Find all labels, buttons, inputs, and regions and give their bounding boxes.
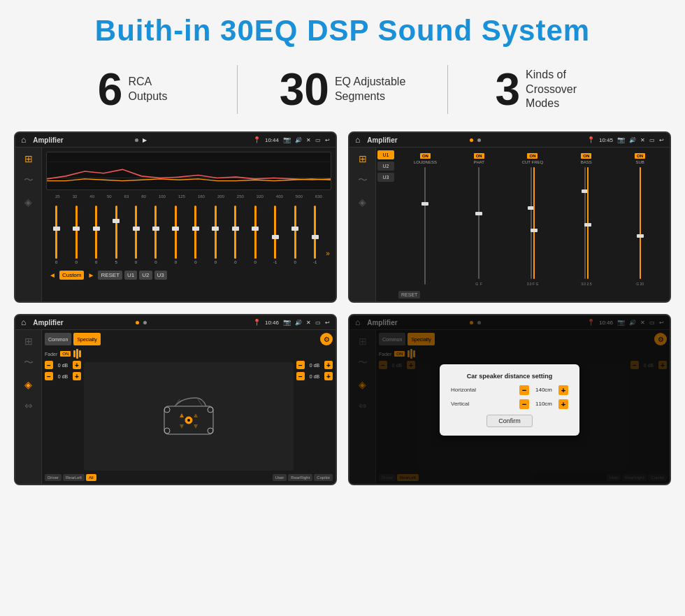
dialog-vertical-row: Vertical − 110cm + xyxy=(451,399,568,409)
eq-window-icon[interactable]: ▭ xyxy=(315,137,321,143)
speaker-icon-eq[interactable]: ⊞ xyxy=(24,336,33,347)
crossover-home-icon[interactable]: ⌂ xyxy=(355,135,360,145)
eq-location-icon: 📍 xyxy=(253,136,261,143)
dialog-confirm-button[interactable]: Confirm xyxy=(486,415,533,427)
speaker-time: 10:46 xyxy=(265,320,279,326)
phat-vals: G F xyxy=(475,282,482,286)
speaker-camera-icon: 📷 xyxy=(283,319,291,326)
eq-u1-btn[interactable]: U1 xyxy=(124,271,137,280)
btn-all[interactable]: All xyxy=(86,474,96,481)
speaker-close-icon[interactable]: ✕ xyxy=(306,320,311,326)
eq-slider-3: 0 xyxy=(87,206,105,264)
speaker-car-diagram xyxy=(84,362,294,471)
crossover-icon-eq[interactable]: ⊞ xyxy=(359,153,367,164)
bass-label: BASS xyxy=(581,160,592,164)
speaker-settings-icon[interactable]: ⚙ xyxy=(320,333,333,345)
db-row-left-1: − 0 dB + xyxy=(45,361,81,369)
eq-next-arrow[interactable]: ► xyxy=(86,271,96,279)
eq-close-icon[interactable]: ✕ xyxy=(306,137,311,143)
svg-point-12 xyxy=(164,407,170,413)
eq-u2-btn[interactable]: U2 xyxy=(139,271,152,280)
speaker-icon-wave[interactable]: 〜 xyxy=(24,357,34,369)
speaker-diagram-area: − 0 dB + − 0 dB + xyxy=(45,361,333,472)
crossover-presets: U1 U2 U3 xyxy=(376,148,396,301)
eq-home-icon[interactable]: ⌂ xyxy=(21,135,26,145)
crossover-close-icon[interactable]: ✕ xyxy=(640,137,645,143)
crossover-icon-speaker[interactable]: ◈ xyxy=(359,196,366,208)
eq-slider-9: 0 xyxy=(207,206,224,264)
dialog-v-minus[interactable]: − xyxy=(519,399,529,409)
eq-reset-btn[interactable]: RESET xyxy=(98,271,122,280)
crossover-u3-btn[interactable]: U3 xyxy=(377,173,394,182)
speaker-home-icon[interactable]: ⌂ xyxy=(21,317,26,327)
eq-slider-5: 0 xyxy=(127,206,145,264)
crossover-u2-btn[interactable]: U2 xyxy=(377,162,394,171)
crossover-window-icon[interactable]: ▭ xyxy=(649,137,655,143)
eq-graph xyxy=(46,152,331,190)
crossover-dot2 xyxy=(477,138,481,142)
eq-slider-1: 0 xyxy=(48,206,65,264)
db-controls-left: − 0 dB + − 0 dB + xyxy=(45,361,81,472)
eq-icon-wave[interactable]: 〜 xyxy=(24,174,34,187)
eq-custom-btn[interactable]: Custom xyxy=(59,271,85,280)
speaker-window-icon[interactable]: ▭ xyxy=(315,320,321,326)
eq-back-icon[interactable]: ↩ xyxy=(325,137,330,143)
dialog-vertical-label: Vertical xyxy=(451,401,469,407)
eq-sidebar: ⊞ 〜 ◈ xyxy=(15,148,42,301)
crossover-back-icon[interactable]: ↩ xyxy=(659,137,664,143)
crossover-reset-btn[interactable]: RESET xyxy=(398,291,420,299)
eq-slider-12: -1 xyxy=(266,206,284,264)
speaker-icon-speaker[interactable]: ◈ xyxy=(24,379,32,390)
speaker-bottom-buttons: Driver RearLeft All User RearRight Copil… xyxy=(45,474,333,481)
db-minus-rl[interactable]: − xyxy=(45,372,53,380)
dialog-h-plus[interactable]: + xyxy=(558,385,568,395)
crossover-location-icon: 📍 xyxy=(587,136,595,143)
eq-screen: ⌂ Amplifier ▶ 📍 10:44 📷 🔊 ✕ ▭ ↩ ⊞ 〜 ◈ xyxy=(14,131,337,303)
speaker-icon-arrows[interactable]: ⇔ xyxy=(24,400,33,411)
fader-label: Fader xyxy=(45,352,57,357)
bass-vals: 3.0 2.5 xyxy=(581,282,591,286)
cutfreq-on: ON xyxy=(527,153,538,159)
btn-copilot[interactable]: Copilot xyxy=(314,474,333,481)
tab-specialty[interactable]: Specialty xyxy=(73,333,100,345)
phat-on: ON xyxy=(474,153,484,159)
dialog-h-minus[interactable]: − xyxy=(519,385,529,395)
speaker-screen: ⌂ Amplifier 📍 10:46 📷 🔊 ✕ ▭ ↩ ⊞ 〜 ◈ ⇔ Co… xyxy=(14,314,337,485)
dialog-v-plus[interactable]: + xyxy=(558,399,568,409)
dialog-v-value: 110cm xyxy=(531,401,556,407)
phat-label: PHAT xyxy=(473,160,484,164)
dialog-h-value: 140cm xyxy=(531,387,556,393)
crossover-icon-wave[interactable]: 〜 xyxy=(358,174,368,187)
speaker-status-bar: ⌂ Amplifier 📍 10:46 📷 🔊 ✕ ▭ ↩ xyxy=(15,315,336,330)
tab-common[interactable]: Common xyxy=(45,333,71,345)
eq-icon-speaker[interactable]: ◈ xyxy=(24,196,32,208)
db-plus-fl[interactable]: + xyxy=(73,361,81,369)
crossover-time: 10:45 xyxy=(599,137,613,143)
crossover-u1-btn[interactable]: U1 xyxy=(377,150,394,159)
eq-icon-eq[interactable]: ⊞ xyxy=(24,153,33,164)
db-plus-fr[interactable]: + xyxy=(324,361,333,369)
db-minus-fl[interactable]: − xyxy=(45,361,53,369)
btn-driver[interactable]: Driver xyxy=(45,474,62,481)
db-minus-rr[interactable]: − xyxy=(296,372,305,380)
db-value-fl: 0 dB xyxy=(55,363,71,368)
btn-user[interactable]: User xyxy=(273,474,287,481)
eq-slider-13: 0 xyxy=(286,206,303,264)
svg-point-13 xyxy=(208,407,213,413)
db-plus-rr[interactable]: + xyxy=(324,372,333,380)
eq-slider-14: -1 xyxy=(306,206,324,264)
btn-rearright[interactable]: RearRight xyxy=(288,474,312,481)
svg-marker-9 xyxy=(194,413,198,417)
eq-u3-btn[interactable]: U3 xyxy=(154,271,167,280)
eq-prev-arrow[interactable]: ◄ xyxy=(48,271,57,279)
btn-rearleft[interactable]: RearLeft xyxy=(63,474,85,481)
db-minus-fr[interactable]: − xyxy=(296,361,305,369)
crossover-dot1 xyxy=(470,138,473,142)
stat-number-rca: 6 xyxy=(98,67,123,112)
speaker-back-icon[interactable]: ↩ xyxy=(325,320,330,326)
cutfreq-label: CUT FREQ xyxy=(522,160,544,164)
db-plus-rl[interactable]: + xyxy=(73,372,81,380)
fader-on-badge[interactable]: ON xyxy=(60,351,71,357)
crossover-sidebar: ⊞ 〜 ◈ xyxy=(349,148,376,301)
crossover-content: ⊞ 〜 ◈ U1 U2 U3 ON LOUDNESS xyxy=(349,148,670,301)
